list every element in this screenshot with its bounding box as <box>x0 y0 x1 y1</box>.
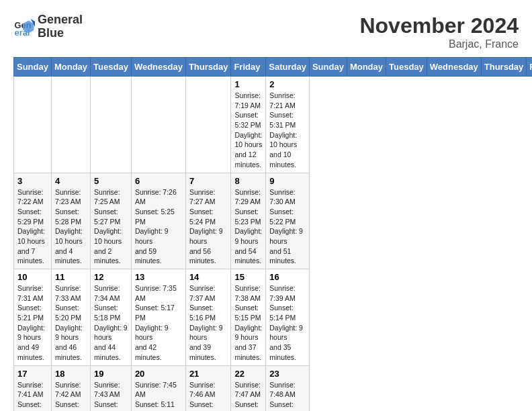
day-number: 23 <box>269 369 306 379</box>
day-info: Sunrise: 7:41 AM Sunset: 5:13 PM Dayligh… <box>17 380 48 412</box>
week-row-2: 3Sunrise: 7:22 AM Sunset: 5:29 PM Daylig… <box>14 173 533 269</box>
page-header: Gen eral General Blue November 2024 Barj… <box>13 13 519 50</box>
logo-text-line2: Blue <box>38 27 83 40</box>
day-cell: 3Sunrise: 7:22 AM Sunset: 5:29 PM Daylig… <box>14 173 52 269</box>
day-info: Sunrise: 7:46 AM Sunset: 5:10 PM Dayligh… <box>189 380 228 412</box>
day-number: 11 <box>55 272 87 282</box>
day-number: 15 <box>234 272 262 282</box>
day-cell: 5Sunrise: 7:25 AM Sunset: 5:27 PM Daylig… <box>91 173 132 269</box>
day-number: 16 <box>269 272 306 282</box>
day-info: Sunrise: 7:42 AM Sunset: 5:13 PM Dayligh… <box>55 380 87 412</box>
day-cell: 7Sunrise: 7:27 AM Sunset: 5:24 PM Daylig… <box>185 173 231 269</box>
day-cell: 21Sunrise: 7:46 AM Sunset: 5:10 PM Dayli… <box>185 365 231 411</box>
month-title: November 2024 <box>359 13 519 38</box>
day-cell <box>185 77 231 173</box>
day-header-monday: Monday <box>347 58 386 77</box>
day-header-saturday: Saturday <box>266 58 310 77</box>
calendar-table: SundayMondayTuesdayWednesdayThursdayFrid… <box>13 57 532 411</box>
day-number: 13 <box>135 272 182 282</box>
day-number: 12 <box>94 272 128 282</box>
day-cell <box>131 77 185 173</box>
day-number: 20 <box>135 369 182 379</box>
day-number: 7 <box>189 176 228 186</box>
day-number: 18 <box>55 369 87 379</box>
week-row-3: 10Sunrise: 7:31 AM Sunset: 5:21 PM Dayli… <box>14 269 533 366</box>
day-header-monday: Monday <box>51 58 90 77</box>
day-number: 3 <box>17 176 48 186</box>
day-info: Sunrise: 7:19 AM Sunset: 5:32 PM Dayligh… <box>234 91 262 170</box>
day-info: Sunrise: 7:30 AM Sunset: 5:22 PM Dayligh… <box>269 187 306 267</box>
logo-icon: Gen eral <box>13 16 35 38</box>
day-info: Sunrise: 7:45 AM Sunset: 5:11 PM Dayligh… <box>135 380 182 412</box>
day-info: Sunrise: 7:38 AM Sunset: 5:15 PM Dayligh… <box>234 283 262 363</box>
location: Barjac, France <box>359 38 519 50</box>
day-info: Sunrise: 7:48 AM Sunset: 5:09 PM Dayligh… <box>269 380 306 412</box>
day-info: Sunrise: 7:47 AM Sunset: 5:09 PM Dayligh… <box>234 380 262 412</box>
day-number: 17 <box>17 369 48 379</box>
title-section: November 2024 Barjac, France <box>359 13 519 50</box>
day-info: Sunrise: 7:31 AM Sunset: 5:21 PM Dayligh… <box>17 283 48 363</box>
day-cell: 13Sunrise: 7:35 AM Sunset: 5:17 PM Dayli… <box>131 269 185 366</box>
day-cell: 12Sunrise: 7:34 AM Sunset: 5:18 PM Dayli… <box>91 269 132 366</box>
day-number: 9 <box>269 176 306 186</box>
day-cell <box>14 77 52 173</box>
day-cell: 2Sunrise: 7:21 AM Sunset: 5:31 PM Daylig… <box>266 77 310 173</box>
day-info: Sunrise: 7:27 AM Sunset: 5:24 PM Dayligh… <box>189 187 228 267</box>
day-cell: 15Sunrise: 7:38 AM Sunset: 5:15 PM Dayli… <box>231 269 266 366</box>
day-cell: 14Sunrise: 7:37 AM Sunset: 5:16 PM Dayli… <box>185 269 231 366</box>
day-cell: 8Sunrise: 7:29 AM Sunset: 5:23 PM Daylig… <box>231 173 266 269</box>
day-header-sunday: Sunday <box>14 58 52 77</box>
day-number: 2 <box>269 79 306 89</box>
day-header-tuesday: Tuesday <box>91 58 132 77</box>
logo-text-line1: General <box>38 13 83 27</box>
day-cell <box>91 77 132 173</box>
day-info: Sunrise: 7:37 AM Sunset: 5:16 PM Dayligh… <box>189 283 228 363</box>
day-cell: 23Sunrise: 7:48 AM Sunset: 5:09 PM Dayli… <box>266 365 310 411</box>
day-info: Sunrise: 7:26 AM Sunset: 5:25 PM Dayligh… <box>135 187 182 267</box>
day-cell: 18Sunrise: 7:42 AM Sunset: 5:13 PM Dayli… <box>51 365 90 411</box>
day-info: Sunrise: 7:21 AM Sunset: 5:31 PM Dayligh… <box>269 91 306 170</box>
day-number: 10 <box>17 272 48 282</box>
day-cell: 19Sunrise: 7:43 AM Sunset: 5:12 PM Dayli… <box>91 365 132 411</box>
logo: Gen eral General Blue <box>13 13 83 40</box>
calendar-header-row: SundayMondayTuesdayWednesdayThursdayFrid… <box>14 58 533 77</box>
day-info: Sunrise: 7:29 AM Sunset: 5:23 PM Dayligh… <box>234 187 262 267</box>
day-cell: 17Sunrise: 7:41 AM Sunset: 5:13 PM Dayli… <box>14 365 52 411</box>
day-info: Sunrise: 7:33 AM Sunset: 5:20 PM Dayligh… <box>55 283 87 363</box>
day-number: 4 <box>55 176 87 186</box>
day-header-thursday: Thursday <box>481 58 527 77</box>
day-cell <box>51 77 90 173</box>
day-info: Sunrise: 7:22 AM Sunset: 5:29 PM Dayligh… <box>17 187 48 267</box>
day-cell: 6Sunrise: 7:26 AM Sunset: 5:25 PM Daylig… <box>131 173 185 269</box>
day-cell: 16Sunrise: 7:39 AM Sunset: 5:14 PM Dayli… <box>266 269 310 366</box>
day-header-wednesday: Wednesday <box>427 58 481 77</box>
week-row-1: 1Sunrise: 7:19 AM Sunset: 5:32 PM Daylig… <box>14 77 533 173</box>
day-info: Sunrise: 7:35 AM Sunset: 5:17 PM Dayligh… <box>135 283 182 363</box>
day-cell: 22Sunrise: 7:47 AM Sunset: 5:09 PM Dayli… <box>231 365 266 411</box>
day-info: Sunrise: 7:34 AM Sunset: 5:18 PM Dayligh… <box>94 283 128 363</box>
day-cell: 9Sunrise: 7:30 AM Sunset: 5:22 PM Daylig… <box>266 173 310 269</box>
day-cell: 10Sunrise: 7:31 AM Sunset: 5:21 PM Dayli… <box>14 269 52 366</box>
day-number: 22 <box>234 369 262 379</box>
day-number: 5 <box>94 176 128 186</box>
day-header-sunday: Sunday <box>309 58 347 77</box>
day-header-thursday: Thursday <box>185 58 231 77</box>
day-header-friday: Friday <box>527 58 532 77</box>
day-header-tuesday: Tuesday <box>386 58 427 77</box>
day-cell: 1Sunrise: 7:19 AM Sunset: 5:32 PM Daylig… <box>231 77 266 173</box>
day-cell: 4Sunrise: 7:23 AM Sunset: 5:28 PM Daylig… <box>51 173 90 269</box>
day-info: Sunrise: 7:25 AM Sunset: 5:27 PM Dayligh… <box>94 187 128 267</box>
day-number: 19 <box>94 369 128 379</box>
day-header-friday: Friday <box>231 58 266 77</box>
day-number: 6 <box>135 176 182 186</box>
day-number: 1 <box>234 79 262 89</box>
day-info: Sunrise: 7:23 AM Sunset: 5:28 PM Dayligh… <box>55 187 87 267</box>
week-row-4: 17Sunrise: 7:41 AM Sunset: 5:13 PM Dayli… <box>14 365 533 411</box>
day-header-wednesday: Wednesday <box>131 58 185 77</box>
day-info: Sunrise: 7:39 AM Sunset: 5:14 PM Dayligh… <box>269 283 306 363</box>
day-info: Sunrise: 7:43 AM Sunset: 5:12 PM Dayligh… <box>94 380 128 412</box>
day-number: 14 <box>189 272 228 282</box>
day-cell: 20Sunrise: 7:45 AM Sunset: 5:11 PM Dayli… <box>131 365 185 411</box>
day-number: 8 <box>234 176 262 186</box>
day-number: 21 <box>189 369 228 379</box>
